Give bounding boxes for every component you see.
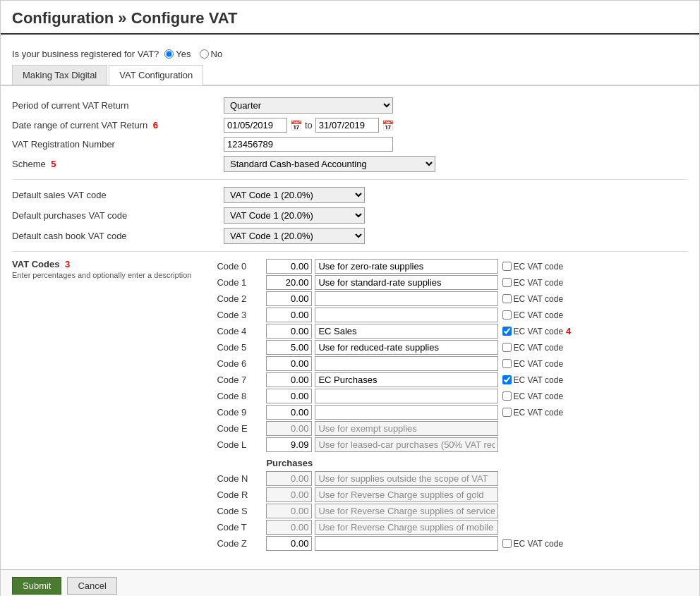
code-input-4[interactable] (266, 324, 312, 339)
default-cashbook-select[interactable]: VAT Code 1 (20.0%) VAT Code 2 (5.0%) VAT… (224, 228, 365, 244)
vat-yes-radio[interactable] (164, 49, 174, 59)
ec-checkbox-9[interactable] (502, 408, 512, 417)
ec-label-Z[interactable]: EC VAT code (502, 539, 563, 549)
date-to-input[interactable] (315, 118, 379, 133)
purchases-row: Purchases (217, 455, 688, 470)
code-label-3: Code 3 (217, 310, 266, 320)
code-desc-9[interactable] (315, 405, 498, 420)
ec-label-2[interactable]: EC VAT code (502, 294, 563, 304)
default-sales-select[interactable]: VAT Code 1 (20.0%) VAT Code 2 (5.0%) VAT… (224, 187, 365, 203)
ec-label-9[interactable]: EC VAT code (502, 408, 563, 418)
code-label-6: Code 6 (217, 358, 266, 369)
code-desc-2[interactable] (315, 291, 498, 306)
vat-reg-row: VAT Registration Number (12, 137, 688, 152)
code-desc-R (315, 487, 498, 502)
ec-checkbox-7[interactable] (502, 375, 512, 384)
default-sales-row: Default sales VAT code VAT Code 1 (20.0%… (12, 187, 688, 203)
code-desc-8[interactable] (315, 389, 498, 403)
tab-making-tax-digital[interactable]: Making Tax Digital (12, 65, 107, 85)
scheme-select[interactable]: Standard Cash-based Accounting Flat Rate… (224, 156, 435, 172)
ec-checkbox-5[interactable] (502, 343, 512, 352)
ec-checkbox-8[interactable] (502, 391, 512, 401)
code-label-4: Code 4 (217, 326, 266, 336)
ec-checkbox-Z[interactable] (502, 539, 512, 548)
ec-label-6[interactable]: EC VAT code (502, 359, 563, 369)
code-desc-T (315, 520, 498, 535)
default-purchases-row: Default purchases VAT code VAT Code 1 (2… (12, 207, 688, 224)
code-desc-1[interactable] (315, 275, 498, 290)
code-desc-Z[interactable] (315, 536, 498, 551)
code-input-6[interactable] (266, 356, 312, 371)
ec-label-3[interactable]: EC VAT code (502, 310, 563, 320)
code-input-5[interactable] (266, 340, 312, 355)
ec-checkbox-1[interactable] (502, 278, 512, 287)
code-input-E[interactable] (266, 421, 312, 436)
code-desc-4[interactable] (315, 324, 498, 339)
vat-reg-input[interactable] (224, 137, 393, 152)
code-input-7[interactable] (266, 372, 312, 387)
code-desc-6[interactable] (315, 356, 498, 371)
code-input-2[interactable] (266, 291, 312, 306)
ec-checkbox-0[interactable] (502, 262, 512, 271)
vat-code-row-3: Code 3 EC VAT code (217, 308, 688, 322)
default-sales-label: Default sales VAT code (12, 190, 224, 200)
code-label-L: Code L (217, 439, 266, 450)
code-input-L[interactable] (266, 437, 312, 452)
code-desc-0[interactable] (315, 259, 498, 274)
vat-registered-question: Is your business registered for VAT? Yes… (1, 43, 699, 65)
vat-yes-label[interactable]: Yes (164, 49, 191, 59)
vat-codes-table-wrapper: Code 0 EC VAT code Code 1 EC VAT c (217, 259, 688, 552)
default-purchases-select[interactable]: VAT Code 1 (20.0%) VAT Code 2 (5.0%) VAT… (224, 207, 365, 224)
code-desc-7[interactable] (315, 372, 498, 387)
date-from-input[interactable] (224, 118, 287, 133)
vat-code-row-7: Code 7 EC VAT code (217, 372, 688, 387)
code-label-1: Code 1 (217, 277, 266, 288)
code-input-Z[interactable] (266, 536, 312, 551)
vat-reg-label: VAT Registration Number (12, 139, 224, 150)
code-input-8[interactable] (266, 389, 312, 403)
vat-no-label[interactable]: No (200, 49, 223, 59)
date-range-group: 📅 to 📅 (224, 118, 394, 133)
code-desc-3[interactable] (315, 308, 498, 322)
separator-1 (12, 179, 688, 180)
vat-codes-badge: 3 (65, 259, 70, 269)
ec-label-0[interactable]: EC VAT code (502, 262, 563, 272)
ec-label-8[interactable]: EC VAT code (502, 391, 563, 401)
ec-checkbox-3[interactable] (502, 310, 512, 320)
ec-label-5[interactable]: EC VAT code (502, 343, 563, 353)
code-label-9: Code 9 (217, 407, 266, 418)
submit-button[interactable]: Submit (12, 577, 61, 595)
code-input-R[interactable] (266, 487, 312, 502)
ec-checkbox-6[interactable] (502, 359, 512, 368)
tab-bar: Making Tax Digital VAT Configuration (1, 65, 699, 85)
ec-checkbox-2[interactable] (502, 294, 512, 303)
code-desc-5[interactable] (315, 340, 498, 355)
code-input-S[interactable] (266, 504, 312, 518)
date-to-calendar-icon[interactable]: 📅 (382, 120, 394, 131)
code-input-0[interactable] (266, 259, 312, 274)
ec-label-1[interactable]: EC VAT code (502, 278, 563, 288)
tab-vat-configuration[interactable]: VAT Configuration (109, 65, 203, 85)
code-desc-L (315, 437, 498, 452)
code-label-R: Code R (217, 489, 266, 500)
code-input-1[interactable] (266, 275, 312, 290)
code-input-9[interactable] (266, 405, 312, 420)
code-input-T[interactable] (266, 520, 312, 535)
date-from-calendar-icon[interactable]: 📅 (290, 120, 302, 131)
vat-code-row-R: Code R (217, 487, 688, 502)
vat-code-row-0: Code 0 EC VAT code (217, 259, 688, 274)
ec-checkbox-4[interactable] (502, 327, 512, 336)
vat-no-radio[interactable] (200, 49, 209, 59)
vat-code-row-1: Code 1 EC VAT code (217, 275, 688, 290)
vat-codes-label-group: VAT Codes 3 Enter percentages and option… (12, 259, 191, 280)
vat-code-row-Z: Code Z EC VAT code (217, 536, 688, 551)
cancel-button[interactable]: Cancel (67, 577, 116, 595)
code-desc-N (315, 471, 498, 486)
code-desc-S (315, 504, 498, 518)
scheme-row: Scheme 5 Standard Cash-based Accounting … (12, 156, 688, 172)
code-input-N[interactable] (266, 471, 312, 486)
period-select[interactable]: Quarter Monthly Annual Accounting (224, 97, 393, 114)
ec-label-7[interactable]: EC VAT code (502, 375, 563, 385)
code-input-3[interactable] (266, 308, 312, 322)
ec-label-4[interactable]: EC VAT code (502, 327, 563, 336)
